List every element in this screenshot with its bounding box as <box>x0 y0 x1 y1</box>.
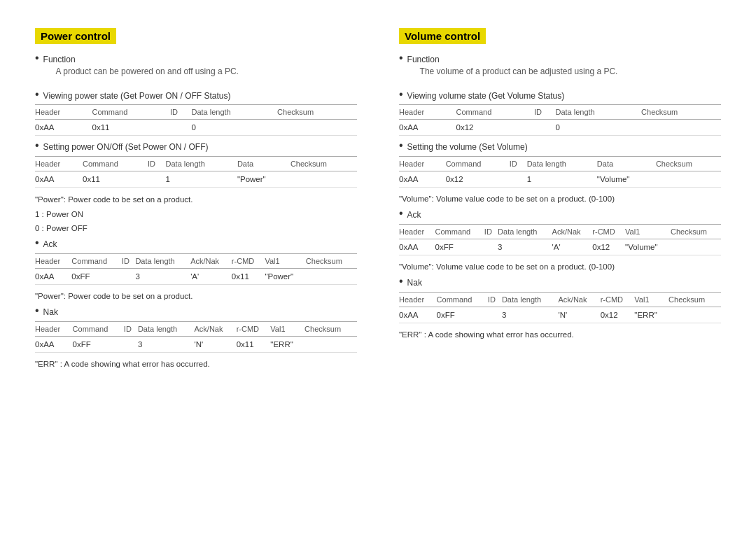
cell: 1 <box>527 171 597 188</box>
setting-label: Setting power ON/Off (Set Power ON / OFF… <box>43 141 209 153</box>
col-header: Header <box>35 105 92 120</box>
cell: "Power" <box>237 171 290 188</box>
col-header: Data length <box>191 105 277 120</box>
col-header: Checksum <box>668 293 721 307</box>
cell <box>488 307 502 323</box>
col-header: Val1 <box>625 225 671 239</box>
cell: 0xFF <box>435 239 484 255</box>
volume-set-table: Header Command ID Data length Data Check… <box>399 156 721 188</box>
table-row: 0xAA 0xFF 3 'N' 0x11 "ERR" <box>35 337 357 353</box>
table-row: 0xAA 0x11 0 <box>35 120 357 136</box>
cell <box>170 120 192 136</box>
cell: 3 <box>498 239 552 255</box>
table-row: 0xAA 0x12 1 "Volume" <box>399 171 721 188</box>
function-label: Function <box>43 54 239 66</box>
col-header: Command <box>83 157 148 171</box>
cell: 0x12 <box>456 120 534 136</box>
cell: 0xAA <box>399 239 435 255</box>
col-header: ID <box>148 157 165 171</box>
cell: 0x11 <box>232 269 265 285</box>
col-header: ID <box>124 322 138 337</box>
col-header: Command <box>73 322 124 337</box>
col-header: Checksum <box>671 225 721 239</box>
cell: "Volume" <box>597 171 656 188</box>
err-note-left: "ERR" : A code showing what error has oc… <box>35 358 357 370</box>
col-header: Checksum <box>306 254 357 269</box>
viewing-label: Viewing volume state (Get Volume Status) <box>407 90 565 102</box>
cell: 0xFF <box>73 337 124 353</box>
err-note-right: "ERR" : A code showing what error has oc… <box>399 329 721 341</box>
ack-note: "Power": Power code to be set on a produ… <box>35 290 357 302</box>
col-header: Checksum <box>304 322 357 337</box>
cell: "ERR" <box>634 307 668 323</box>
col-header: Header <box>399 105 456 120</box>
col-header: Ack/Nak <box>195 322 237 337</box>
bullet-dot: • <box>399 276 403 287</box>
cell: "ERR" <box>270 337 304 353</box>
volume-ack-note: "Volume": Volume value code to be set on… <box>399 261 721 273</box>
cell <box>277 120 357 136</box>
cell: 0xAA <box>399 307 437 323</box>
col-header: Command <box>92 105 170 120</box>
cell <box>290 171 357 188</box>
power-note2: 1 : Power ON <box>35 208 357 220</box>
col-header: ID <box>534 105 556 120</box>
cell <box>656 171 721 188</box>
cell <box>484 239 498 255</box>
col-header: Data length <box>166 157 237 171</box>
cell <box>534 120 556 136</box>
cell: 0xAA <box>35 337 73 353</box>
cell: 0x12 <box>601 307 635 323</box>
cell: 0x11 <box>83 171 148 188</box>
cell: 0xAA <box>35 269 71 285</box>
cell: 0x12 <box>592 239 625 255</box>
col-header: Checksum <box>641 105 721 120</box>
cell: "Volume" <box>625 239 671 255</box>
volume-note1: "Volume": Volume value code to be set on… <box>399 193 721 205</box>
col-header: ID <box>484 225 498 239</box>
nak-label: Nak <box>43 307 58 318</box>
cell <box>671 239 721 255</box>
col-header: Data length <box>555 105 641 120</box>
cell: "Power" <box>265 269 305 285</box>
col-header: Val1 <box>270 322 304 337</box>
cell: 3 <box>502 307 559 323</box>
volume-view-table: Header Command ID Data length Checksum 0… <box>399 104 721 136</box>
setting-label: Setting the volume (Set Volume) <box>407 141 528 153</box>
cell <box>122 269 136 285</box>
col-header: r-CMD <box>592 225 625 239</box>
function-desc: A product can be powered on and off usin… <box>56 66 239 78</box>
cell: 0xFF <box>71 269 122 285</box>
power-ack-table: Header Command ID Data length Ack/Nak r-… <box>35 253 357 285</box>
power-set-table: Header Command ID Data length Data Check… <box>35 156 357 188</box>
cell: 3 <box>135 269 190 285</box>
cell: 'N' <box>559 307 601 323</box>
col-header: Header <box>399 293 437 307</box>
col-header: Checksum <box>290 157 357 171</box>
cell: 3 <box>138 337 195 353</box>
volume-nak-table: Header Command ID Data length Ack/Nak r-… <box>399 292 721 323</box>
col-header: Command <box>71 254 122 269</box>
bullet-dot: • <box>35 89 39 100</box>
cell <box>148 171 165 188</box>
col-header: Checksum <box>277 105 357 120</box>
cell <box>306 269 357 285</box>
col-header: Val1 <box>634 293 668 307</box>
cell: 'N' <box>195 337 237 353</box>
bullet-dot: • <box>399 140 403 151</box>
cell: 1 <box>166 171 237 188</box>
col-header: Header <box>35 254 71 269</box>
col-header: Ack/Nak <box>190 254 232 269</box>
nak-label: Nak <box>407 277 422 289</box>
bullet-dot: • <box>35 52 39 64</box>
cell: 0xAA <box>35 120 92 136</box>
cell <box>124 337 138 353</box>
power-view-table: Header Command ID Data length Checksum 0… <box>35 104 357 136</box>
volume-control-title: Volume control <box>399 28 486 44</box>
cell <box>641 120 721 136</box>
bullet-dot: • <box>399 208 403 219</box>
power-control-title: Power control <box>35 28 116 44</box>
function-desc: The volume of a product can be adjusted … <box>420 66 618 78</box>
col-header: r-CMD <box>232 254 265 269</box>
cell: 0xAA <box>399 120 456 136</box>
